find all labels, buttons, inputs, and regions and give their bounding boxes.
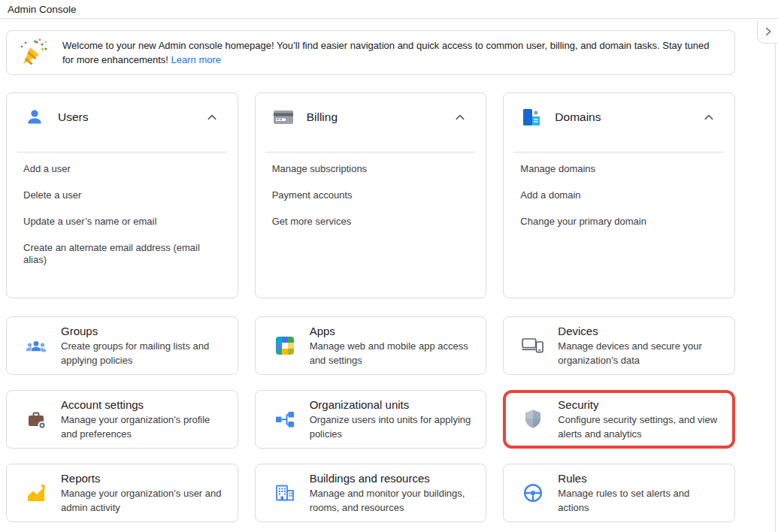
card-description: Manage your organization's profile and p…	[61, 413, 225, 441]
quick-link-add-a-user[interactable]: Add a user	[7, 163, 238, 175]
card-description: Organize users into units for applying p…	[310, 413, 474, 441]
welcome-banner: Welcome to your new Admin console homepa…	[6, 30, 735, 75]
card-title: Domains	[555, 110, 601, 124]
card-description: Manage and monitor your buildings, rooms…	[310, 486, 474, 515]
area-chart-icon	[25, 483, 47, 503]
card-title: Devices	[558, 324, 722, 339]
card-apps[interactable]: Apps Manage web and mobile app access an…	[255, 316, 487, 375]
chevron-up-icon	[701, 109, 717, 125]
banner-message: Welcome to your new Admin console homepa…	[62, 40, 709, 65]
card-description: Manage your organization's user and admi…	[61, 486, 225, 515]
card-description: Manage web and mobile app access and set…	[310, 339, 474, 367]
groups-icon	[25, 338, 47, 353]
quick-link-manage-domains[interactable]: Manage domains	[504, 163, 734, 175]
apps-grid-icon	[274, 336, 296, 355]
chevron-up-icon	[204, 109, 220, 125]
card-organizational-units[interactable]: Organizational units Organize users into…	[255, 390, 487, 449]
briefcase-gear-icon	[25, 410, 47, 429]
card-domains: Domains Manage domains Add a domain Chan…	[503, 92, 735, 298]
side-panel-expand-tab[interactable]	[757, 20, 778, 44]
card-account-settings[interactable]: Account settings Manage your organizatio…	[6, 390, 238, 449]
quick-link-change-primary-domain[interactable]: Change your primary domain	[504, 216, 734, 228]
main-content: Welcome to your new Admin console homepa…	[6, 30, 735, 522]
collapse-domains-button[interactable]	[698, 107, 719, 128]
card-title: Groups	[61, 324, 225, 339]
card-title: Apps	[310, 324, 474, 339]
card-title: Rules	[558, 471, 722, 486]
steering-wheel-icon	[522, 482, 544, 503]
shield-icon	[522, 409, 544, 430]
quick-links: Manage domains Add a domain Change your …	[504, 153, 734, 228]
card-title: Security	[558, 397, 722, 413]
user-icon	[23, 107, 46, 128]
quick-links: Add a user Delete a user Update a user’s…	[7, 153, 238, 266]
building-icon	[274, 484, 296, 502]
banner-text: Welcome to your new Admin console homepa…	[62, 38, 722, 67]
party-popper-icon	[19, 38, 49, 68]
org-tree-icon	[274, 411, 296, 428]
devices-icon	[522, 337, 544, 355]
credit-card-icon	[272, 107, 295, 128]
card-rules[interactable]: Rules Manage rules to set alerts and act…	[503, 464, 735, 522]
card-groups[interactable]: Groups Create groups for mailing lists a…	[6, 316, 238, 375]
card-title: Buildings and resources	[310, 471, 474, 486]
expanded-cards-row: Users Add a user Delete a user Update a …	[6, 92, 735, 298]
card-billing: Billing Manage subscriptions Payment acc…	[255, 92, 487, 298]
category-cards-grid: Groups Create groups for mailing lists a…	[6, 316, 735, 522]
collapse-billing-button[interactable]	[450, 107, 471, 128]
learn-more-link[interactable]: Learn more	[171, 54, 221, 65]
chevron-right-icon	[762, 26, 774, 38]
app-header: Admin Console	[0, 0, 778, 19]
quick-link-create-alternate-email[interactable]: Create an alternate email address (email…	[7, 242, 238, 266]
card-buildings-and-resources[interactable]: Buildings and resources Manage and monit…	[255, 464, 487, 522]
card-description: Create groups for mailing lists and appl…	[61, 339, 225, 367]
quick-link-update-user-name-or-email[interactable]: Update a user’s name or email	[7, 216, 238, 228]
chevron-up-icon	[452, 109, 468, 125]
page-title: Admin Console	[8, 4, 77, 15]
card-title: Account settings	[61, 397, 225, 413]
card-title: Reports	[61, 471, 225, 486]
card-title: Users	[58, 110, 88, 124]
card-title: Billing	[307, 110, 338, 124]
quick-link-delete-a-user[interactable]: Delete a user	[7, 189, 238, 201]
card-description: Configure security settings, and view al…	[558, 413, 722, 441]
quick-link-get-more-services[interactable]: Get more services	[256, 216, 486, 228]
quick-links: Manage subscriptions Payment accounts Ge…	[256, 153, 486, 228]
side-panel-border	[775, 44, 776, 532]
card-security[interactable]: Security Configure security settings, an…	[503, 390, 735, 449]
card-reports[interactable]: Reports Manage your organization's user …	[6, 464, 238, 522]
collapse-users-button[interactable]	[201, 107, 223, 128]
quick-link-payment-accounts[interactable]: Payment accounts	[256, 189, 486, 201]
card-users: Users Add a user Delete a user Update a …	[6, 92, 238, 298]
domain-icon	[520, 107, 543, 128]
card-title: Organizational units	[310, 397, 474, 413]
quick-link-manage-subscriptions[interactable]: Manage subscriptions	[256, 163, 486, 175]
card-description: Manage devices and secure your organizat…	[558, 339, 722, 367]
quick-link-add-a-domain[interactable]: Add a domain	[504, 189, 734, 201]
card-description: Manage rules to set alerts and actions	[558, 486, 722, 515]
card-devices[interactable]: Devices Manage devices and secure your o…	[503, 316, 735, 375]
